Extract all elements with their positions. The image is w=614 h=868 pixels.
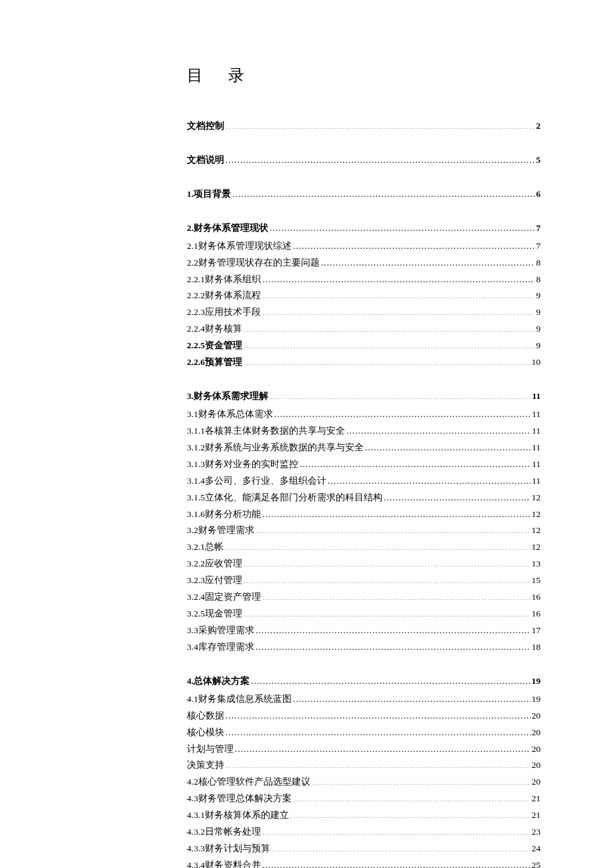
toc-entry[interactable]: 2.2.4财务核算9 <box>187 322 541 336</box>
toc-entry[interactable]: 3.1.1各核算主体财务数据的共享与安全11 <box>187 424 541 438</box>
toc-entry[interactable]: 4.2核心管理软件产品选型建议20 <box>187 775 541 789</box>
toc-leader <box>256 524 531 534</box>
toc-entry[interactable]: 决策支持20 <box>187 759 541 773</box>
toc-entry-label: 3.1.1各核算主体财务数据的共享与安全 <box>187 424 345 438</box>
toc-entry-page: 13 <box>532 557 541 571</box>
toc-heading-entry[interactable]: 2.财务体系管理现状7 <box>187 222 541 236</box>
toc-entry-page: 19 <box>532 693 541 707</box>
toc-entry-page: 12 <box>532 491 541 505</box>
toc-entry-page: 7 <box>536 240 541 254</box>
toc-entry-page: 11 <box>532 474 541 488</box>
toc-entry[interactable]: 3.1.2财务系统与业务系统数据的共享与安全11 <box>187 441 541 455</box>
toc-heading-page: 19 <box>532 675 541 689</box>
toc-entry[interactable]: 3.1财务体系总体需求11 <box>187 408 541 422</box>
toc-entry-label: 核心模块 <box>187 726 224 740</box>
toc-heading-entry[interactable]: 4.总体解决方案19 <box>187 675 541 689</box>
toc-leader <box>293 240 535 249</box>
toc-entry[interactable]: 核心数据20 <box>187 709 541 723</box>
toc-entry-label: 3.1.4多公司、多行业、多组织会计 <box>187 474 326 488</box>
toc-entry[interactable]: 3.1.3财务对业务的实时监控11 <box>187 458 541 472</box>
toc-section: 文档控制2 <box>187 119 541 133</box>
toc-entry-page: 11 <box>532 424 541 438</box>
toc-entry-label: 2.2.5资金管理 <box>187 339 242 353</box>
toc-entry-label: 4.3.1财务核算体系的建立 <box>187 809 289 823</box>
toc-entry[interactable]: 2.2财务管理现状存在的主要问题8 <box>187 256 541 270</box>
toc-container: 文档控制2文档说明51.项目背景62.财务体系管理现状72.1财务体系管理现状综… <box>187 119 541 868</box>
toc-entry[interactable]: 4.3财务管理总体解决方案21 <box>187 792 541 806</box>
toc-entry-label: 3.1.6财务分析功能 <box>187 508 261 522</box>
toc-entry[interactable]: 2.2.5资金管理9 <box>187 339 541 353</box>
toc-leader <box>225 541 531 550</box>
toc-entry-label: 2.2.1财务体系组织 <box>187 273 261 287</box>
toc-heading-entry[interactable]: 文档控制2 <box>187 119 541 133</box>
toc-entry[interactable]: 2.2.1财务体系组织8 <box>187 273 541 287</box>
toc-entry[interactable]: 3.2.2应收管理13 <box>187 557 541 571</box>
toc-leader <box>365 441 531 450</box>
toc-leader <box>328 474 531 484</box>
toc-section: 2.财务体系管理现状72.1财务体系管理现状综述72.2财务管理现状存在的主要问… <box>187 222 541 370</box>
toc-entry-page: 20 <box>532 709 541 723</box>
toc-entry[interactable]: 4.3.4财务资料合并25 <box>187 859 541 868</box>
toc-heading-entry[interactable]: 1.项目背景6 <box>187 187 541 201</box>
toc-heading-page: 11 <box>532 390 541 404</box>
toc-entry[interactable]: 3.2.1总帐12 <box>187 540 541 554</box>
toc-heading-label: 2.财务体系管理现状 <box>187 222 268 236</box>
toc-entry[interactable]: 3.2.4固定资产管理16 <box>187 590 541 604</box>
toc-entry-label: 决策支持 <box>187 759 224 773</box>
toc-heading-entry[interactable]: 3.财务体系需求理解11 <box>187 390 541 404</box>
toc-leader <box>226 709 531 719</box>
toc-leader <box>274 408 531 417</box>
toc-entry-page: 20 <box>532 726 541 740</box>
toc-entry-page: 21 <box>532 792 541 806</box>
toc-entry-label: 2.1财务体系管理现状综述 <box>187 240 292 254</box>
toc-entry[interactable]: 2.2.2财务体系流程9 <box>187 289 541 303</box>
toc-entry-page: 12 <box>532 540 541 554</box>
toc-entry-page: 25 <box>532 859 541 868</box>
toc-leader <box>226 153 535 163</box>
toc-entry[interactable]: 3.2财务管理需求12 <box>187 524 541 538</box>
toc-entry-label: 4.3财务管理总体解决方案 <box>187 792 292 806</box>
toc-entry[interactable]: 3.1.5立体化、能满足各部门分析需求的科目结构12 <box>187 491 541 505</box>
toc-entry-label: 3.4库存管理需求 <box>187 640 254 655</box>
toc-entry-page: 9 <box>536 306 541 320</box>
toc-leader <box>262 508 531 517</box>
toc-entry[interactable]: 计划与管理20 <box>187 743 541 757</box>
toc-entry[interactable]: 3.1.4多公司、多行业、多组织会计11 <box>187 474 541 488</box>
toc-entry-label: 2.2.6预算管理 <box>187 356 242 370</box>
toc-entry[interactable]: 2.1财务体系管理现状综述7 <box>187 240 541 254</box>
toc-entry[interactable]: 2.2.6预算管理10 <box>187 356 541 370</box>
toc-entry[interactable]: 3.4库存管理需求18 <box>187 640 541 655</box>
toc-leader <box>346 424 531 434</box>
toc-leader <box>244 340 535 349</box>
toc-leader <box>232 187 535 197</box>
toc-entry[interactable]: 4.3.2日常帐务处理23 <box>187 825 541 839</box>
toc-entry-page: 12 <box>532 508 541 522</box>
toc-entry-page: 15 <box>532 574 541 588</box>
toc-entry[interactable]: 2.2.3应用技术手段9 <box>187 306 541 320</box>
toc-leader <box>244 558 531 567</box>
toc-entry[interactable]: 4.1财务集成信息系统蓝图19 <box>187 693 541 707</box>
toc-entry[interactable]: 3.3采购管理需求17 <box>187 624 541 638</box>
toc-title: 目录 <box>187 63 541 87</box>
toc-heading-label: 文档控制 <box>187 119 224 133</box>
toc-entry-label: 4.3.2日常帐务处理 <box>187 825 261 839</box>
toc-entry[interactable]: 4.3.3财务计划与预算24 <box>187 842 541 856</box>
toc-entry[interactable]: 核心模块20 <box>187 726 541 740</box>
toc-leader <box>226 120 535 129</box>
toc-heading-entry[interactable]: 文档说明5 <box>187 153 541 167</box>
toc-section: 4.总体解决方案194.1财务集成信息系统蓝图19核心数据20核心模块20计划与… <box>187 675 541 868</box>
toc-leader <box>262 290 535 299</box>
toc-entry[interactable]: 3.1.6财务分析功能12 <box>187 508 541 522</box>
toc-entry[interactable]: 3.2.5现金管理16 <box>187 607 541 621</box>
toc-leader <box>244 323 535 332</box>
toc-leader <box>312 776 531 785</box>
toc-entry-page: 11 <box>532 458 541 472</box>
toc-heading-page: 5 <box>536 153 541 167</box>
toc-entry-label: 4.3.4财务资料合并 <box>187 859 261 868</box>
toc-leader <box>290 809 531 819</box>
toc-entry-page: 16 <box>532 590 541 604</box>
toc-entry-label: 3.2.2应收管理 <box>187 557 242 571</box>
toc-heading-page: 6 <box>536 187 541 201</box>
toc-entry[interactable]: 3.2.3应付管理15 <box>187 574 541 588</box>
toc-entry[interactable]: 4.3.1财务核算体系的建立21 <box>187 809 541 823</box>
